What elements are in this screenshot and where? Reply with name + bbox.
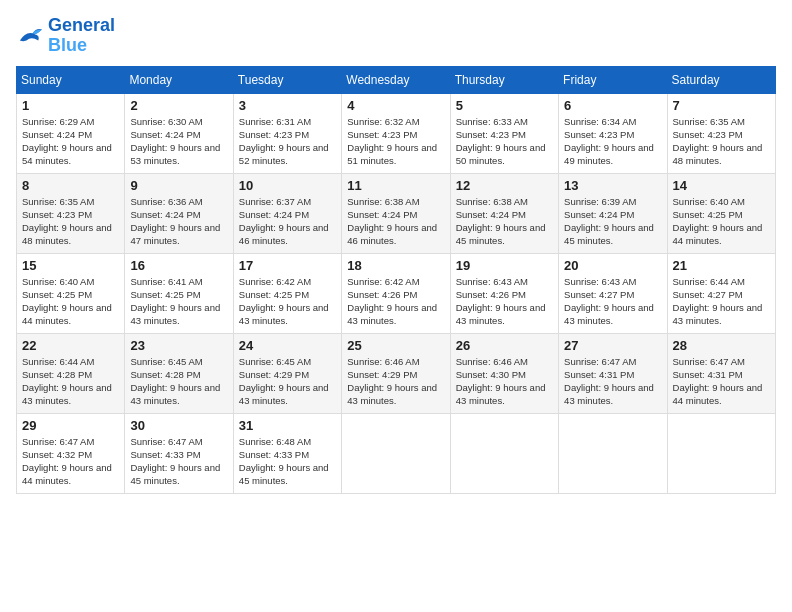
day-number: 6 [564, 98, 661, 113]
day-info: Sunrise: 6:44 AM Sunset: 4:27 PM Dayligh… [673, 275, 770, 328]
day-number: 4 [347, 98, 444, 113]
day-number: 29 [22, 418, 119, 433]
calendar-table: SundayMondayTuesdayWednesdayThursdayFrid… [16, 66, 776, 494]
calendar-day-31: 31 Sunrise: 6:48 AM Sunset: 4:33 PM Dayl… [233, 413, 341, 493]
empty-cell [559, 413, 667, 493]
day-number: 23 [130, 338, 227, 353]
day-info: Sunrise: 6:38 AM Sunset: 4:24 PM Dayligh… [347, 195, 444, 248]
weekday-header-friday: Friday [559, 66, 667, 93]
calendar-day-4: 4 Sunrise: 6:32 AM Sunset: 4:23 PM Dayli… [342, 93, 450, 173]
day-number: 8 [22, 178, 119, 193]
day-info: Sunrise: 6:47 AM Sunset: 4:31 PM Dayligh… [564, 355, 661, 408]
day-info: Sunrise: 6:42 AM Sunset: 4:26 PM Dayligh… [347, 275, 444, 328]
day-info: Sunrise: 6:47 AM Sunset: 4:31 PM Dayligh… [673, 355, 770, 408]
calendar-day-17: 17 Sunrise: 6:42 AM Sunset: 4:25 PM Dayl… [233, 253, 341, 333]
calendar-day-19: 19 Sunrise: 6:43 AM Sunset: 4:26 PM Dayl… [450, 253, 558, 333]
calendar-week-1: 1 Sunrise: 6:29 AM Sunset: 4:24 PM Dayli… [17, 93, 776, 173]
day-number: 1 [22, 98, 119, 113]
calendar-week-3: 15 Sunrise: 6:40 AM Sunset: 4:25 PM Dayl… [17, 253, 776, 333]
calendar-day-14: 14 Sunrise: 6:40 AM Sunset: 4:25 PM Dayl… [667, 173, 775, 253]
calendar-day-1: 1 Sunrise: 6:29 AM Sunset: 4:24 PM Dayli… [17, 93, 125, 173]
day-info: Sunrise: 6:47 AM Sunset: 4:32 PM Dayligh… [22, 435, 119, 488]
calendar-day-15: 15 Sunrise: 6:40 AM Sunset: 4:25 PM Dayl… [17, 253, 125, 333]
day-number: 7 [673, 98, 770, 113]
day-info: Sunrise: 6:40 AM Sunset: 4:25 PM Dayligh… [22, 275, 119, 328]
calendar-day-8: 8 Sunrise: 6:35 AM Sunset: 4:23 PM Dayli… [17, 173, 125, 253]
calendar-week-2: 8 Sunrise: 6:35 AM Sunset: 4:23 PM Dayli… [17, 173, 776, 253]
day-info: Sunrise: 6:47 AM Sunset: 4:33 PM Dayligh… [130, 435, 227, 488]
day-number: 17 [239, 258, 336, 273]
day-number: 18 [347, 258, 444, 273]
day-info: Sunrise: 6:39 AM Sunset: 4:24 PM Dayligh… [564, 195, 661, 248]
day-info: Sunrise: 6:45 AM Sunset: 4:29 PM Dayligh… [239, 355, 336, 408]
calendar-day-9: 9 Sunrise: 6:36 AM Sunset: 4:24 PM Dayli… [125, 173, 233, 253]
day-info: Sunrise: 6:33 AM Sunset: 4:23 PM Dayligh… [456, 115, 553, 168]
day-number: 9 [130, 178, 227, 193]
day-info: Sunrise: 6:38 AM Sunset: 4:24 PM Dayligh… [456, 195, 553, 248]
day-info: Sunrise: 6:37 AM Sunset: 4:24 PM Dayligh… [239, 195, 336, 248]
page-header: General Blue [16, 16, 776, 56]
calendar-day-7: 7 Sunrise: 6:35 AM Sunset: 4:23 PM Dayli… [667, 93, 775, 173]
calendar-day-10: 10 Sunrise: 6:37 AM Sunset: 4:24 PM Dayl… [233, 173, 341, 253]
day-info: Sunrise: 6:31 AM Sunset: 4:23 PM Dayligh… [239, 115, 336, 168]
calendar-day-25: 25 Sunrise: 6:46 AM Sunset: 4:29 PM Dayl… [342, 333, 450, 413]
calendar-day-22: 22 Sunrise: 6:44 AM Sunset: 4:28 PM Dayl… [17, 333, 125, 413]
calendar-week-4: 22 Sunrise: 6:44 AM Sunset: 4:28 PM Dayl… [17, 333, 776, 413]
empty-cell [667, 413, 775, 493]
day-info: Sunrise: 6:29 AM Sunset: 4:24 PM Dayligh… [22, 115, 119, 168]
calendar-day-16: 16 Sunrise: 6:41 AM Sunset: 4:25 PM Dayl… [125, 253, 233, 333]
day-info: Sunrise: 6:30 AM Sunset: 4:24 PM Dayligh… [130, 115, 227, 168]
calendar-day-5: 5 Sunrise: 6:33 AM Sunset: 4:23 PM Dayli… [450, 93, 558, 173]
weekday-header-tuesday: Tuesday [233, 66, 341, 93]
day-number: 13 [564, 178, 661, 193]
day-number: 10 [239, 178, 336, 193]
day-number: 31 [239, 418, 336, 433]
day-number: 26 [456, 338, 553, 353]
calendar-day-26: 26 Sunrise: 6:46 AM Sunset: 4:30 PM Dayl… [450, 333, 558, 413]
day-number: 22 [22, 338, 119, 353]
empty-cell [450, 413, 558, 493]
weekday-header-wednesday: Wednesday [342, 66, 450, 93]
day-info: Sunrise: 6:36 AM Sunset: 4:24 PM Dayligh… [130, 195, 227, 248]
calendar-day-11: 11 Sunrise: 6:38 AM Sunset: 4:24 PM Dayl… [342, 173, 450, 253]
weekday-header-saturday: Saturday [667, 66, 775, 93]
logo-bird-icon [16, 24, 44, 48]
calendar-day-29: 29 Sunrise: 6:47 AM Sunset: 4:32 PM Dayl… [17, 413, 125, 493]
day-info: Sunrise: 6:46 AM Sunset: 4:30 PM Dayligh… [456, 355, 553, 408]
day-info: Sunrise: 6:44 AM Sunset: 4:28 PM Dayligh… [22, 355, 119, 408]
day-number: 3 [239, 98, 336, 113]
day-number: 30 [130, 418, 227, 433]
day-number: 12 [456, 178, 553, 193]
calendar-day-21: 21 Sunrise: 6:44 AM Sunset: 4:27 PM Dayl… [667, 253, 775, 333]
day-number: 11 [347, 178, 444, 193]
calendar-day-23: 23 Sunrise: 6:45 AM Sunset: 4:28 PM Dayl… [125, 333, 233, 413]
day-number: 15 [22, 258, 119, 273]
calendar-day-6: 6 Sunrise: 6:34 AM Sunset: 4:23 PM Dayli… [559, 93, 667, 173]
calendar-day-12: 12 Sunrise: 6:38 AM Sunset: 4:24 PM Dayl… [450, 173, 558, 253]
day-info: Sunrise: 6:43 AM Sunset: 4:26 PM Dayligh… [456, 275, 553, 328]
calendar-day-27: 27 Sunrise: 6:47 AM Sunset: 4:31 PM Dayl… [559, 333, 667, 413]
day-number: 21 [673, 258, 770, 273]
weekday-header-monday: Monday [125, 66, 233, 93]
calendar-day-28: 28 Sunrise: 6:47 AM Sunset: 4:31 PM Dayl… [667, 333, 775, 413]
day-info: Sunrise: 6:46 AM Sunset: 4:29 PM Dayligh… [347, 355, 444, 408]
logo: General Blue [16, 16, 115, 56]
day-info: Sunrise: 6:32 AM Sunset: 4:23 PM Dayligh… [347, 115, 444, 168]
day-number: 28 [673, 338, 770, 353]
day-number: 27 [564, 338, 661, 353]
weekday-header-thursday: Thursday [450, 66, 558, 93]
calendar-day-3: 3 Sunrise: 6:31 AM Sunset: 4:23 PM Dayli… [233, 93, 341, 173]
day-info: Sunrise: 6:48 AM Sunset: 4:33 PM Dayligh… [239, 435, 336, 488]
empty-cell [342, 413, 450, 493]
day-number: 5 [456, 98, 553, 113]
day-info: Sunrise: 6:43 AM Sunset: 4:27 PM Dayligh… [564, 275, 661, 328]
calendar-day-18: 18 Sunrise: 6:42 AM Sunset: 4:26 PM Dayl… [342, 253, 450, 333]
calendar-day-2: 2 Sunrise: 6:30 AM Sunset: 4:24 PM Dayli… [125, 93, 233, 173]
day-info: Sunrise: 6:42 AM Sunset: 4:25 PM Dayligh… [239, 275, 336, 328]
day-info: Sunrise: 6:45 AM Sunset: 4:28 PM Dayligh… [130, 355, 227, 408]
weekday-header-sunday: Sunday [17, 66, 125, 93]
day-number: 20 [564, 258, 661, 273]
logo-text: General Blue [48, 16, 115, 56]
calendar-day-24: 24 Sunrise: 6:45 AM Sunset: 4:29 PM Dayl… [233, 333, 341, 413]
day-info: Sunrise: 6:35 AM Sunset: 4:23 PM Dayligh… [673, 115, 770, 168]
